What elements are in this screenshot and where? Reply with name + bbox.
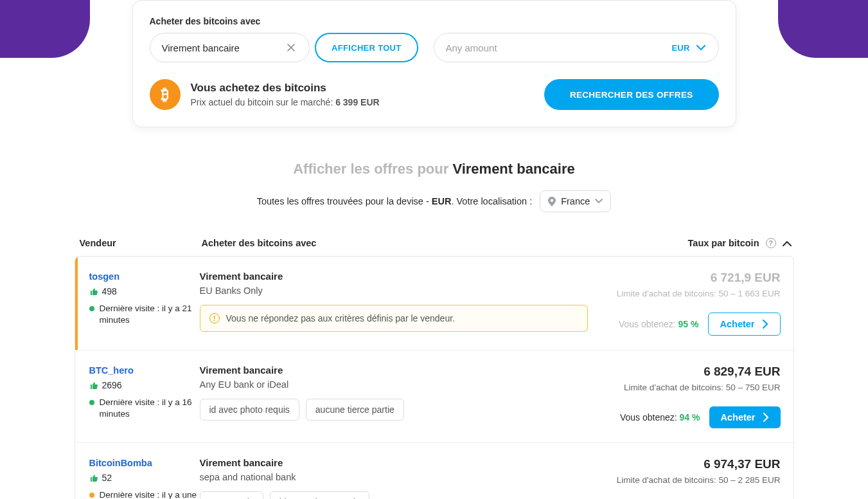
- chevron-down-icon: [696, 45, 705, 51]
- chevron-down-icon: [595, 199, 603, 204]
- column-rate-label: Taux par bitcoin: [688, 238, 759, 248]
- clear-method-button[interactable]: [285, 44, 297, 51]
- vendor-reputation: 498: [89, 286, 200, 296]
- obtain-pct: 95 %: [678, 319, 699, 329]
- rate-value: 6 829,74 EUR: [704, 365, 780, 379]
- buy-button[interactable]: Acheter: [709, 406, 781, 428]
- last-visit-text: Dernière visite : il y a 16 minutes: [100, 397, 200, 420]
- status-dot-icon: [89, 400, 94, 405]
- warning-icon: !: [209, 313, 220, 323]
- last-visit: Dernière visite : il y a une heure: [89, 489, 200, 499]
- buy-title: Vous achetez des bitcoins: [191, 82, 380, 95]
- offer-row: tosgen 498 Dernière visite : il y a 21 m…: [75, 257, 793, 350]
- payment-method-name: Virement bancaire: [200, 457, 588, 468]
- vendor-link[interactable]: BTC_hero: [89, 365, 134, 376]
- table-header: Vendeur Acheter des bitcoins avec Taux p…: [75, 238, 794, 256]
- rate-value: 6 721,9 EUR: [711, 271, 781, 285]
- tag-row: id avec photo requisaucune tierce partie: [200, 399, 588, 421]
- search-card: Acheter des bitcoins avec AFFICHER TOUT …: [132, 0, 736, 127]
- amount-input[interactable]: [446, 42, 663, 53]
- column-method: Acheter des bitcoins avec: [202, 238, 688, 248]
- location-currency: EUR: [432, 196, 452, 206]
- bitcoin-icon: ₿: [150, 79, 181, 110]
- search-label: Acheter des bitcoins avec: [150, 16, 719, 26]
- show-all-button[interactable]: AFFICHER TOUT: [315, 33, 418, 62]
- offer-rate-col: 6 829,74 EUR Limite d'achat de bitcoins:…: [601, 365, 781, 428]
- location-select[interactable]: France: [540, 190, 611, 212]
- offers-heading-prefix: Afficher les offres pour: [293, 161, 452, 177]
- last-visit: Dernière visite : il y a 21 minutes: [89, 303, 200, 326]
- buy-button-label: Acheter: [721, 412, 756, 422]
- offer-rate-col: 6 721,9 EUR Limite d'achat de bitcoins: …: [601, 271, 781, 336]
- payment-method-detail: Any EU bank or iDeal: [200, 379, 588, 390]
- vendor-link[interactable]: BitcoinBomba: [89, 458, 152, 468]
- close-icon: [287, 44, 295, 51]
- offer-vendor-col: BTC_hero 2696 Dernière visite : il y a 1…: [75, 365, 200, 428]
- reputation-count: 52: [102, 473, 112, 483]
- search-offers-button[interactable]: RECHERCHER DES OFFRES: [544, 79, 719, 110]
- obtain-pct: 94 %: [680, 412, 700, 422]
- vendor-reputation: 2696: [89, 380, 200, 390]
- amount-input-group: EUR: [434, 33, 719, 62]
- payment-method-name: Virement bancaire: [200, 365, 588, 376]
- offer-tag: reçu requis: [200, 491, 263, 499]
- buy-button-label: Acheter: [720, 319, 755, 329]
- last-visit-text: Dernière visite : il y a 21 minutes: [100, 303, 200, 326]
- warning-box: ! Vous ne répondez pas aux critères défi…: [200, 305, 588, 332]
- obtain-text: Vous obtenez: 94 %: [620, 412, 700, 422]
- offer-rate-col: 6 974,37 EUR Limite d'achat de bitcoins:…: [601, 457, 781, 499]
- market-price: 6 399 EUR: [335, 97, 379, 107]
- reputation-count: 498: [102, 286, 117, 296]
- last-visit: Dernière visite : il y a 16 minutes: [89, 397, 200, 420]
- offer-tag: aucune tierce partie: [306, 399, 404, 421]
- thumb-up-icon: [89, 381, 98, 390]
- vendor-reputation: 52: [89, 473, 200, 483]
- location-name: France: [561, 196, 590, 206]
- status-dot-icon: [89, 493, 94, 498]
- offers-heading-method: Virement bancaire: [452, 161, 574, 177]
- offer-tag: id avec photo requis: [200, 399, 299, 421]
- offer-method-col: Virement bancaire EU Banks Only ! Vous n…: [200, 271, 601, 336]
- offer-vendor-col: tosgen 498 Dernière visite : il y a 21 m…: [75, 271, 200, 336]
- thumb-up-icon: [89, 473, 98, 482]
- offer-vendor-col: BitcoinBomba 52 Dernière visite : il y a…: [75, 457, 200, 499]
- warning-text: Vous ne répondez pas aux critères défini…: [226, 313, 455, 323]
- currency-label: EUR: [671, 43, 689, 53]
- last-visit-text: Dernière visite : il y a une heure: [100, 489, 200, 499]
- limit-text: Limite d'achat de bitcoins: 50 – 750 EUR: [624, 383, 780, 392]
- tag-row: reçu requisid avec photo requis: [200, 491, 588, 499]
- column-rate-sort[interactable]: Taux par bitcoin ?: [688, 238, 792, 248]
- location-pin-icon: [548, 197, 556, 206]
- limit-text: Limite d'achat de bitcoins: 50 – 2 285 E…: [617, 475, 781, 485]
- buy-subtitle: Prix actuel du bitcoin sur le marché: 6 …: [191, 97, 380, 107]
- rate-value: 6 974,37 EUR: [704, 457, 780, 471]
- column-vendor: Vendeur: [77, 238, 202, 248]
- payment-method-input-wrap: [150, 33, 310, 62]
- payment-method-detail: sepa and national bank: [200, 472, 588, 482]
- payment-method-input[interactable]: [162, 42, 285, 53]
- currency-select[interactable]: EUR: [662, 43, 714, 53]
- help-icon[interactable]: ?: [766, 238, 776, 248]
- offer-row: BTC_hero 2696 Dernière visite : il y a 1…: [75, 350, 793, 442]
- location-row: Toutes les offres trouvées pour la devis…: [75, 190, 794, 212]
- reputation-count: 2696: [102, 380, 122, 390]
- offer-row: BitcoinBomba 52 Dernière visite : il y a…: [75, 442, 793, 499]
- vendor-link[interactable]: tosgen: [89, 271, 120, 282]
- offer-method-col: Virement bancaire Any EU bank or iDealid…: [200, 365, 601, 428]
- chevron-right-icon: [763, 320, 768, 329]
- buy-button[interactable]: Acheter: [708, 313, 781, 336]
- chevron-right-icon: [763, 413, 769, 422]
- status-dot-icon: [89, 306, 94, 311]
- payment-method-name: Virement bancaire: [200, 271, 588, 282]
- limit-text: Limite d'achat de bitcoins: 50 – 1 663 E…: [617, 289, 781, 298]
- offers-list: tosgen 498 Dernière visite : il y a 21 m…: [75, 256, 794, 499]
- obtain-text: Vous obtenez: 95 %: [619, 319, 699, 329]
- buy-subtitle-prefix: Prix actuel du bitcoin sur le marché:: [191, 97, 336, 107]
- thumb-up-icon: [89, 287, 98, 296]
- offers-heading: Afficher les offres pour Virement bancai…: [75, 161, 794, 177]
- location-text: Toutes les offres trouvées pour la devis…: [257, 196, 533, 206]
- offer-method-col: Virement bancaire sepa and national bank…: [200, 457, 601, 499]
- offer-tag: id avec photo requis: [270, 491, 369, 499]
- chevron-up-icon: [783, 240, 792, 246]
- payment-method-detail: EU Banks Only: [200, 286, 588, 296]
